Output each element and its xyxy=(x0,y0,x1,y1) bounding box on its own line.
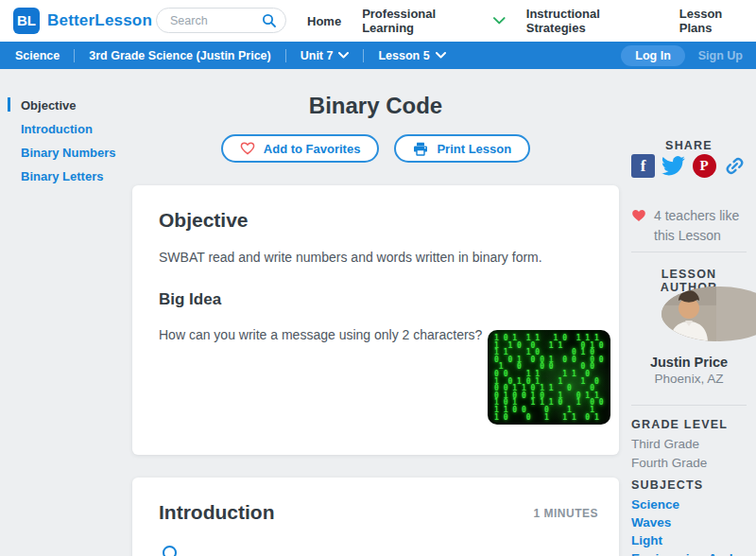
breadcrumb-science[interactable]: Science xyxy=(0,49,74,62)
binary-code-image: 1 0 1 1 1 1 0 1 1 11 1 0 0 1 1 0 1 01 1 … xyxy=(488,330,610,425)
big-idea-heading: Big Idea xyxy=(159,290,619,309)
print-lesson-label: Print Lesson xyxy=(437,142,511,156)
subject-link-clipped[interactable]: Engineering And Design xyxy=(631,551,747,556)
link-icon[interactable] xyxy=(723,154,747,178)
sidebar-item-binary-numbers[interactable]: Binary Numbers xyxy=(8,141,130,165)
sidebar-item-introduction[interactable]: Introduction xyxy=(8,117,130,141)
nav-home[interactable]: Home xyxy=(307,14,341,28)
sidebar-divider xyxy=(631,252,747,252)
lesson-meta-sidebar: SHARE f P 4 teachers like this Les xyxy=(631,0,747,556)
print-lesson-button[interactable]: Print Lesson xyxy=(394,134,530,163)
printer-icon xyxy=(413,142,428,156)
objective-heading: Objective xyxy=(159,209,619,232)
subject-link-science[interactable]: Science xyxy=(631,497,747,512)
lesson-section-nav: Objective Introduction Binary Numbers Bi… xyxy=(8,94,130,188)
betterlesson-logo-text[interactable]: BetterLesson xyxy=(47,11,152,30)
add-to-favorites-button[interactable]: Add to Favorites xyxy=(221,134,380,163)
sidebar-item-objective[interactable]: Objective xyxy=(8,94,130,117)
page-title: Binary Code xyxy=(132,93,619,119)
chevron-down-icon xyxy=(436,52,446,59)
breadcrumb-lesson-label: Lesson 5 xyxy=(378,49,429,62)
likes-text: 4 teachers like this Lesson xyxy=(654,206,747,246)
twitter-icon[interactable] xyxy=(662,154,685,178)
objective-text: SWBAT read and write numbers and words w… xyxy=(159,247,565,268)
breadcrumb-lesson-dropdown[interactable]: Lesson 5 xyxy=(364,49,459,62)
lesson-actions: Add to Favorites Print Lesson xyxy=(132,134,619,163)
betterlesson-lesson-page: BL BetterLesson Home Professional Learni… xyxy=(0,0,756,556)
likes-row: 4 teachers like this Lesson xyxy=(631,206,747,246)
grade-level-item: Third Grade xyxy=(631,437,747,451)
resource-icon[interactable] xyxy=(163,546,177,556)
subjects-heading: SUBJECTS xyxy=(631,478,747,492)
introduction-section-card: Introduction 1 MINUTES xyxy=(132,478,619,556)
share-icons-row: f P xyxy=(631,154,747,178)
author-location: Phoenix, AZ xyxy=(631,372,747,386)
author-avatar[interactable] xyxy=(662,287,756,341)
add-to-favorites-label: Add to Favorites xyxy=(264,142,361,156)
search-box[interactable] xyxy=(156,8,286,33)
grade-level-item: Fourth Grade xyxy=(631,456,747,470)
objective-section-card: Objective SWBAT read and write numbers a… xyxy=(132,185,619,455)
sidebar-item-binary-letters[interactable]: Binary Letters xyxy=(8,165,130,188)
heart-outline-icon xyxy=(240,142,255,155)
breadcrumb-course[interactable]: 3rd Grade Science (Justin Price) xyxy=(75,49,284,62)
search-input[interactable] xyxy=(170,12,260,29)
facebook-icon[interactable]: f xyxy=(631,154,655,178)
subject-link-light[interactable]: Light xyxy=(631,533,747,547)
breadcrumb-science-label: Science xyxy=(15,49,60,62)
nav-professional-learning[interactable]: Professional Learning xyxy=(362,7,506,35)
chevron-down-icon xyxy=(338,52,349,59)
search-icon[interactable] xyxy=(262,13,277,28)
breadcrumb-unit-label: Unit 7 xyxy=(301,49,334,62)
sidebar-divider xyxy=(631,405,747,406)
pinterest-icon[interactable]: P xyxy=(693,154,716,178)
share-heading: SHARE xyxy=(631,139,747,152)
subject-link-waves[interactable]: Waves xyxy=(631,515,747,530)
author-name: Justin Price xyxy=(631,355,747,370)
grade-level-heading: GRADE LEVEL xyxy=(631,418,747,431)
betterlesson-logo-icon[interactable]: BL xyxy=(13,8,40,34)
heart-filled-icon xyxy=(631,209,646,222)
nav-professional-learning-label: Professional Learning xyxy=(362,7,487,35)
nav-home-label: Home xyxy=(307,14,341,28)
breadcrumb-course-label: 3rd Grade Science (Justin Price) xyxy=(89,49,270,62)
breadcrumb-unit-dropdown[interactable]: Unit 7 xyxy=(286,49,364,62)
chevron-down-icon xyxy=(493,17,506,25)
duration-badge: 1 MINUTES xyxy=(533,507,598,520)
